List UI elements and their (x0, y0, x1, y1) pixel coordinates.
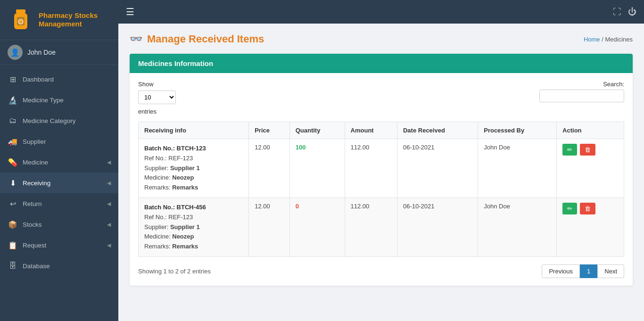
sidebar-item-supplier[interactable]: 🚚 Supplier (0, 131, 118, 152)
sidebar-label-medicine-category: Medicine Category (23, 117, 111, 124)
cell-receiving-info-1: Batch No.: BTCH-123 Ref No.: REF-123 Sup… (139, 139, 249, 198)
search-input[interactable] (539, 90, 624, 102)
hamburger-icon[interactable]: ☰ (126, 6, 134, 17)
logo-icon (8, 7, 34, 33)
breadcrumb: Home / Medicines (584, 36, 633, 43)
cell-action-1: ✏ 🗑 (557, 139, 624, 198)
action-buttons-1: ✏ 🗑 (562, 144, 618, 156)
cell-action-2: ✏ 🗑 (557, 198, 624, 256)
sidebar-item-return[interactable]: ↩ Return ◀ (0, 193, 118, 214)
medicine-2: Medicine: Neozep (144, 232, 243, 242)
col-receiving-info: Receiving info (139, 122, 249, 139)
show-select[interactable]: 10 25 50 100 (138, 91, 176, 104)
action-buttons-2: ✏ 🗑 (562, 203, 618, 214)
svg-rect-0 (16, 9, 25, 13)
controls-row: Show 10 25 50 100 entries Search: (138, 81, 624, 115)
sidebar-label-medicine: Medicine (23, 159, 107, 166)
cell-price-2: 12.00 (249, 198, 290, 256)
cell-price-1: 12.00 (249, 139, 290, 198)
return-icon: ↩ (8, 198, 18, 209)
breadcrumb-home[interactable]: Home (584, 36, 600, 43)
table-body: Batch No.: BTCH-123 Ref No.: REF-123 Sup… (139, 139, 624, 257)
entries-label: entries (138, 108, 176, 115)
edit-button-2[interactable]: ✏ (562, 203, 577, 214)
logo-text2: Management (39, 20, 98, 28)
sidebar-item-medicine-category[interactable]: 🗂 Medicine Category (0, 110, 118, 131)
sidebar-label-database: Database (23, 263, 111, 270)
cell-quantity-1: 100 (289, 139, 345, 198)
supplier-icon: 🚚 (8, 136, 18, 147)
medicines-card: Medicines Information Show 10 25 50 100 … (130, 54, 633, 286)
page-title: 👓 Manage Received Items (130, 33, 264, 45)
stocks-icon: 📦 (8, 219, 18, 230)
pagination: Previous 1 Next (542, 264, 624, 278)
receiving-info-cell-1: Batch No.: BTCH-123 Ref No.: REF-123 Sup… (144, 144, 243, 193)
content-area: 👓 Manage Received Items Home / Medicines… (118, 24, 644, 321)
ref-no-1: Ref No.: REF-123 (144, 154, 243, 164)
remarks-2: Remarks: Remarks (144, 242, 243, 252)
power-icon[interactable]: ⏻ (628, 7, 636, 17)
cell-processed-by-2: John Doe (478, 198, 557, 256)
avatar: 👤 (8, 45, 23, 60)
sidebar-label-medicine-type: Medicine Type (23, 97, 111, 104)
page-title-text: Manage Received Items (147, 33, 264, 45)
supplier-2: Supplier: Supplier 1 (144, 222, 243, 232)
medicine-arrow-icon: ◀ (107, 159, 111, 165)
showing-text: Showing 1 to 2 of 2 entries (138, 268, 211, 275)
sidebar-item-dashboard[interactable]: ⊞ Dashboard (0, 69, 118, 90)
col-date-received: Date Received (397, 122, 478, 139)
col-price: Price (249, 122, 290, 139)
sidebar-item-medicine[interactable]: 💊 Medicine ◀ (0, 152, 118, 173)
delete-button-2[interactable]: 🗑 (580, 203, 595, 214)
search-label: Search: (603, 81, 624, 88)
batch-no-1: Batch No.: BTCH-123 (144, 144, 243, 154)
cell-amount-2: 112.00 (345, 198, 397, 256)
card-body: Show 10 25 50 100 entries Search: (130, 73, 633, 286)
page-header: 👓 Manage Received Items Home / Medicines (130, 33, 633, 45)
next-button[interactable]: Next (597, 264, 624, 278)
card-header: Medicines Information (130, 54, 633, 73)
cell-quantity-2: 0 (289, 198, 345, 256)
quantity-value-1: 100 (296, 144, 306, 151)
medicines-table: Receiving info Price Quantity Amount Dat… (138, 122, 624, 257)
show-section: Show 10 25 50 100 entries (138, 81, 176, 115)
sidebar-item-database[interactable]: 🗄 Database (0, 255, 118, 276)
receiving-info-cell-2: Batch No.: BTCH-456 Ref No.: REF-123 Sup… (144, 203, 243, 252)
previous-button[interactable]: Previous (542, 264, 580, 278)
sidebar-item-medicine-type[interactable]: 🔬 Medicine Type (0, 90, 118, 110)
medicine-1: Medicine: Neozep (144, 173, 243, 183)
sidebar-label-stocks: Stocks (23, 221, 107, 228)
sidebar-label-request: Request (23, 242, 107, 249)
topbar-right: ⛶ ⏻ (613, 7, 636, 17)
sidebar: Pharmacy Stocks Management 👤 John Doe ⊞ … (0, 0, 118, 321)
receiving-arrow-icon: ◀ (107, 180, 111, 186)
dashboard-icon: ⊞ (8, 74, 18, 84)
col-quantity: Quantity (289, 122, 345, 139)
table-row: Batch No.: BTCH-456 Ref No.: REF-123 Sup… (139, 198, 624, 256)
cell-amount-1: 112.00 (345, 139, 397, 198)
col-amount: Amount (345, 122, 397, 139)
receiving-icon: ⬇ (8, 178, 18, 188)
fullscreen-icon[interactable]: ⛶ (613, 7, 621, 17)
batch-no-2: Batch No.: BTCH-456 (144, 203, 243, 213)
delete-button-1[interactable]: 🗑 (580, 144, 595, 156)
medicine-category-icon: 🗂 (8, 115, 18, 126)
topbar: ☰ ⛶ ⏻ (118, 0, 644, 24)
cell-date-1: 06-10-2021 (397, 139, 478, 198)
user-section: 👤 John Doe (0, 40, 118, 65)
page-1-button[interactable]: 1 (580, 264, 597, 278)
sidebar-item-request[interactable]: 📋 Request ◀ (0, 235, 118, 255)
remarks-1: Remarks: Remarks (144, 183, 243, 193)
table-row: Batch No.: BTCH-123 Ref No.: REF-123 Sup… (139, 139, 624, 198)
sidebar-item-receiving[interactable]: ⬇ Receiving ◀ (0, 173, 118, 193)
sidebar-label-supplier: Supplier (23, 138, 111, 145)
main-content: ☰ ⛶ ⏻ 👓 Manage Received Items Home / Med… (118, 0, 644, 321)
logo-text: Pharmacy Stocks (39, 11, 98, 20)
col-action: Action (557, 122, 624, 139)
sidebar-item-stocks[interactable]: 📦 Stocks ◀ (0, 214, 118, 235)
user-name: John Doe (27, 49, 56, 56)
pagination-row: Showing 1 to 2 of 2 entries Previous 1 N… (138, 264, 624, 278)
edit-button-1[interactable]: ✏ (562, 144, 577, 156)
topbar-left: ☰ (126, 6, 134, 17)
breadcrumb-current: Medicines (605, 36, 633, 43)
